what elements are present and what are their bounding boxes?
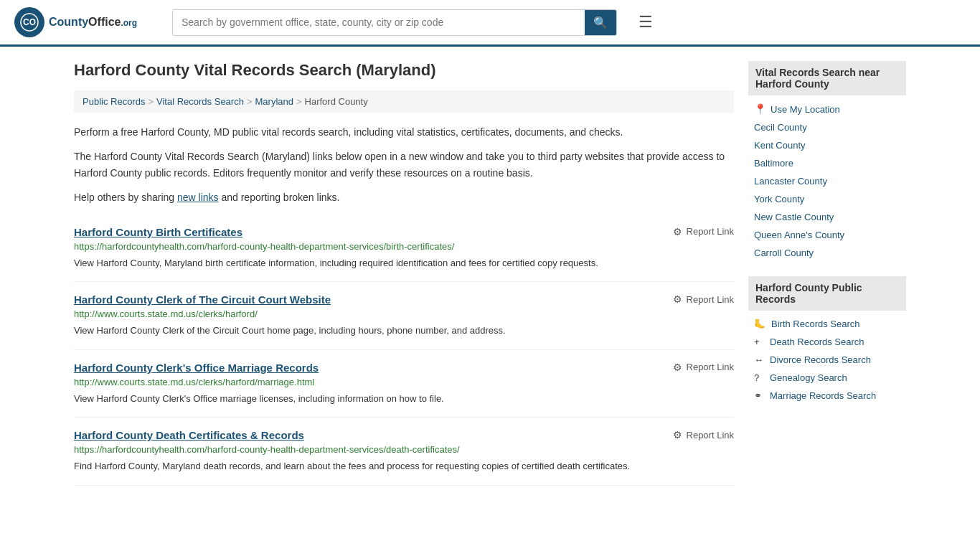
nearby-county-item: York County — [748, 190, 906, 208]
nearby-county-item: Lancaster County — [748, 172, 906, 190]
result-desc-2: View Harford County Clerk's Office marri… — [74, 392, 734, 406]
public-record-item: ↔ Divorce Records Search — [748, 351, 906, 369]
breadcrumb-vital-records[interactable]: Vital Records Search — [156, 96, 244, 107]
result-title-2[interactable]: Harford County Clerk's Office Marriage R… — [74, 362, 319, 374]
public-records-section: Harford County Public Records 🦶 Birth Re… — [748, 276, 906, 405]
breadcrumb-public-records[interactable]: Public Records — [83, 96, 145, 107]
breadcrumb-sep-1: > — [148, 96, 154, 107]
result-header-0: Harford County Birth Certificates ⚙ Repo… — [74, 226, 734, 238]
result-desc-0: View Harford County, Maryland birth cert… — [74, 256, 734, 270]
search-button[interactable]: 🔍 — [585, 10, 616, 35]
nearby-county-item: Kent County — [748, 136, 906, 154]
report-link-label-0: Report Link — [687, 226, 734, 237]
result-header-2: Harford County Clerk's Office Marriage R… — [74, 362, 734, 374]
nearby-county-link-2[interactable]: Baltimore — [754, 158, 793, 169]
menu-icon[interactable]: ☰ — [639, 13, 653, 32]
nearby-county-item: Carroll County — [748, 244, 906, 262]
public-records-list: 🦶 Birth Records Search + Death Records S… — [748, 315, 906, 405]
public-record-icon-3: ? — [754, 372, 764, 383]
nearby-county-item: Cecil County — [748, 118, 906, 136]
result-url-2[interactable]: http://www.courts.state.md.us/clerks/har… — [74, 377, 734, 387]
report-link-icon-0: ⚙ — [673, 226, 682, 237]
report-link-0[interactable]: ⚙ Report Link — [673, 226, 734, 237]
result-url-3[interactable]: https://harfordcountyhealth.com/harford-… — [74, 444, 734, 455]
nearby-county-link-4[interactable]: York County — [754, 194, 804, 204]
logo-county: County — [49, 16, 88, 28]
result-title-3[interactable]: Harford County Death Certificates & Reco… — [74, 429, 304, 441]
sidebar: Vital Records Search near Harford County… — [748, 61, 906, 486]
report-link-icon-3: ⚙ — [673, 429, 682, 441]
description-para3: Help others by sharing new links and rep… — [74, 189, 734, 205]
nearby-county-item: New Castle County — [748, 208, 906, 226]
description-para1: Perform a free Harford County, MD public… — [74, 124, 734, 140]
results-list: Harford County Birth Certificates ⚙ Repo… — [74, 215, 734, 486]
report-link-1[interactable]: ⚙ Report Link — [673, 293, 734, 305]
public-record-link-1[interactable]: Death Records Search — [770, 336, 864, 347]
nearby-county-item: Queen Anne's County — [748, 226, 906, 244]
breadcrumb: Public Records > Vital Records Search > … — [74, 90, 734, 113]
use-my-location-link[interactable]: Use My Location — [771, 104, 840, 115]
public-record-icon-2: ↔ — [754, 354, 764, 365]
report-link-3[interactable]: ⚙ Report Link — [673, 429, 734, 441]
public-record-link-2[interactable]: Divorce Records Search — [770, 354, 871, 365]
search-bar: 🔍 — [172, 9, 617, 36]
result-item: Harford County Clerk of The Circuit Cour… — [74, 282, 734, 350]
nearby-county-link-7[interactable]: Carroll County — [754, 248, 814, 258]
result-url-0[interactable]: https://harfordcountyhealth.com/harford-… — [74, 241, 734, 252]
logo-office: Office — [88, 16, 121, 28]
result-header-3: Harford County Death Certificates & Reco… — [74, 429, 734, 441]
logo-text: CountyOffice.org — [49, 16, 137, 29]
description-para2: The Harford County Vital Records Search … — [74, 149, 734, 181]
svg-text:CO: CO — [23, 17, 36, 27]
public-record-item: ? Genealogy Search — [748, 369, 906, 387]
public-records-header: Harford County Public Records — [748, 276, 906, 311]
report-link-2[interactable]: ⚙ Report Link — [673, 362, 734, 373]
result-header-1: Harford County Clerk of The Circuit Cour… — [74, 293, 734, 306]
report-link-label-3: Report Link — [687, 430, 734, 441]
new-links-link[interactable]: new links — [177, 192, 219, 203]
nearby-county-link-0[interactable]: Cecil County — [754, 122, 807, 133]
public-record-link-3[interactable]: Genealogy Search — [770, 372, 847, 383]
result-item: Harford County Death Certificates & Reco… — [74, 418, 734, 486]
nearby-counties-list: Cecil CountyKent CountyBaltimoreLancaste… — [748, 118, 906, 262]
report-link-icon-1: ⚙ — [673, 293, 682, 305]
public-record-link-0[interactable]: Birth Records Search — [771, 319, 860, 329]
public-record-item: 🦶 Birth Records Search — [748, 315, 906, 333]
main-container: Harford County Vital Records Search (Mar… — [60, 47, 920, 500]
page-title: Harford County Vital Records Search (Mar… — [74, 61, 734, 80]
content-area: Harford County Vital Records Search (Mar… — [74, 61, 734, 486]
report-link-label-1: Report Link — [687, 294, 734, 305]
breadcrumb-harford: Harford County — [305, 96, 368, 107]
breadcrumb-maryland[interactable]: Maryland — [255, 96, 293, 107]
public-record-link-4[interactable]: Marriage Records Search — [770, 390, 876, 401]
nearby-county-link-3[interactable]: Lancaster County — [754, 176, 827, 187]
nearby-county-link-6[interactable]: Queen Anne's County — [754, 230, 844, 240]
nearby-county-link-1[interactable]: Kent County — [754, 140, 806, 151]
logo-area: CO CountyOffice.org — [14, 7, 158, 37]
report-link-label-2: Report Link — [687, 362, 734, 372]
public-record-item: ⚭ Marriage Records Search — [748, 387, 906, 405]
public-record-icon-0: 🦶 — [754, 319, 765, 329]
public-record-icon-1: + — [754, 336, 764, 347]
nearby-county-link-5[interactable]: New Castle County — [754, 212, 834, 222]
result-title-0[interactable]: Harford County Birth Certificates — [74, 226, 242, 238]
search-input[interactable] — [173, 11, 585, 34]
nearby-county-item: Baltimore — [748, 154, 906, 172]
nearby-section: Vital Records Search near Harford County… — [748, 61, 906, 262]
breadcrumb-sep-2: > — [247, 96, 253, 107]
public-record-item: + Death Records Search — [748, 333, 906, 351]
breadcrumb-sep-3: > — [296, 96, 302, 107]
use-my-location[interactable]: 📍 Use My Location — [748, 100, 906, 118]
result-url-1[interactable]: http://www.courts.state.md.us/clerks/har… — [74, 309, 734, 319]
nearby-header: Vital Records Search near Harford County — [748, 61, 906, 95]
result-item: Harford County Birth Certificates ⚙ Repo… — [74, 215, 734, 283]
report-link-icon-2: ⚙ — [673, 362, 682, 373]
result-title-1[interactable]: Harford County Clerk of The Circuit Cour… — [74, 293, 331, 306]
result-desc-3: Find Harford County, Maryland death reco… — [74, 459, 734, 474]
public-record-icon-4: ⚭ — [754, 390, 764, 401]
location-icon: 📍 — [754, 103, 766, 115]
logo-icon: CO — [14, 7, 44, 37]
result-desc-1: View Harford County Clerk of the Circuit… — [74, 324, 734, 338]
logo-tld: .org — [121, 18, 137, 28]
site-header: CO CountyOffice.org 🔍 ☰ — [0, 0, 980, 47]
